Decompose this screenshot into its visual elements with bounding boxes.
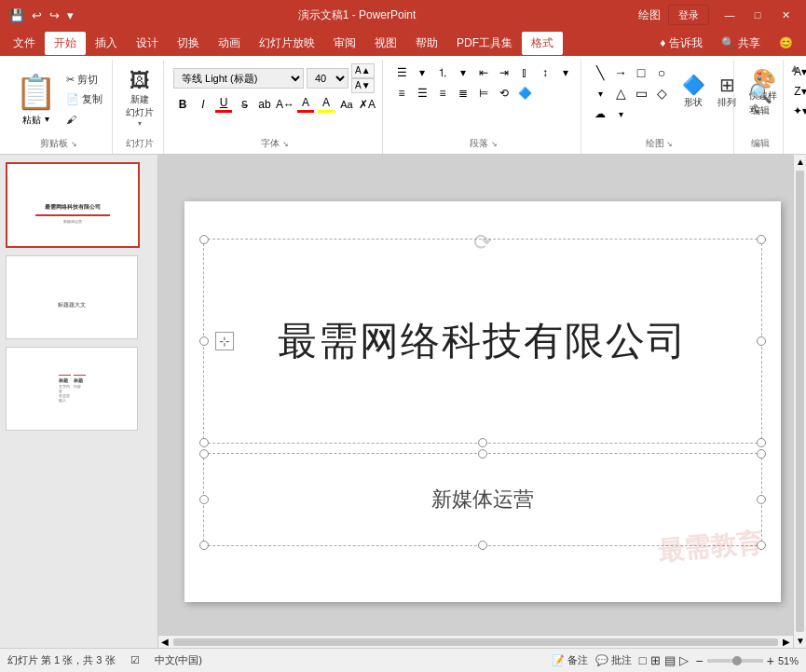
menu-animations[interactable]: 动画 [209, 32, 250, 55]
font-family-select[interactable]: 等线 Light (标题) [173, 68, 304, 89]
columns-button[interactable]: ⫿ [515, 63, 534, 82]
menu-insert[interactable]: 插入 [86, 32, 127, 55]
spell-icon[interactable]: ☑ [130, 654, 140, 666]
login-button[interactable]: 登录 [668, 5, 709, 25]
slide-thumb-3[interactable]: 标题 文字内容 在这里 输入 标题 内容 [6, 347, 138, 431]
linespacing-button[interactable]: ↕ [536, 63, 554, 82]
increase-indent[interactable]: ⇥ [495, 63, 513, 82]
zoom-in-button[interactable]: + [767, 653, 774, 668]
menu-design[interactable]: 设计 [127, 32, 168, 55]
bullets-dd[interactable]: ▾ [413, 63, 431, 82]
highlight-button[interactable]: A [317, 95, 335, 114]
close-button[interactable]: ✕ [772, 6, 799, 24]
slide-thumb-2[interactable]: 标题题大文 [6, 255, 138, 339]
font-size-select[interactable]: 40 [307, 68, 348, 89]
sub-title-textbox[interactable]: 新媒体运营 [203, 453, 762, 546]
scroll-down-button[interactable]: ▼ [794, 634, 806, 648]
align-justify[interactable]: ≣ [454, 84, 472, 103]
notes-button[interactable]: 📝 备注 [552, 653, 588, 667]
new-slide-button[interactable]: 🖼 新建幻灯片 ▾ [122, 72, 157, 128]
bullets-button[interactable]: ☰ [392, 63, 411, 82]
horizontal-scrollbar[interactable]: ◀ ▶ [158, 635, 793, 648]
save-icon[interactable]: 💾 [7, 7, 26, 24]
font-increase-button[interactable]: A▲ [351, 63, 375, 78]
slide-item-3[interactable]: 3 标题 文字内容 在这里 输入 标题 内容 [6, 347, 152, 431]
edit-button[interactable]: 🔍 编辑 [744, 72, 777, 128]
handle-tl[interactable] [199, 235, 209, 244]
menu-transitions[interactable]: 切换 [168, 32, 209, 55]
align-right[interactable]: ≡ [433, 84, 452, 103]
underline-button[interactable]: U [214, 95, 233, 114]
shape-cloud[interactable]: ☁ [591, 104, 609, 123]
copy-button[interactable]: 📄复制 [62, 90, 106, 109]
menu-review[interactable]: 审阅 [324, 32, 365, 55]
move-icon[interactable]: ⊹ [215, 332, 234, 350]
menu-pdf[interactable]: PDF工具集 [447, 32, 522, 55]
shape-rounrect[interactable]: ▭ [632, 84, 650, 103]
format-painter-button[interactable]: 🖌 [62, 110, 106, 129]
charspacing-button[interactable]: A↔ [276, 95, 294, 114]
h-scroll-thumb[interactable] [173, 638, 778, 646]
scroll-left-button[interactable]: ◀ [158, 637, 171, 647]
shape-dd2[interactable]: ▾ [611, 104, 630, 123]
undo-icon[interactable]: ↩ [30, 7, 44, 24]
menu-help[interactable]: 帮助 [406, 32, 447, 55]
align-center[interactable]: ☰ [413, 84, 431, 103]
shape-line[interactable]: ╲ [591, 63, 609, 82]
zoom-slider-thumb[interactable] [732, 656, 742, 665]
smartart-button[interactable]: 🔷 [515, 84, 534, 103]
numbering-button[interactable]: ⒈ [433, 63, 452, 82]
handle-br[interactable] [757, 438, 766, 447]
shape-arrow[interactable]: → [611, 63, 630, 82]
minimize-button[interactable]: — [717, 6, 743, 24]
slide-item-1[interactable]: 1 最需网络科技有限公司 新媒体运营 [6, 162, 152, 248]
menu-view[interactable]: 视图 [365, 32, 406, 55]
shape-diamond[interactable]: ◇ [652, 84, 671, 103]
comments-button[interactable]: 💬 批注 [595, 653, 632, 667]
clearformat-button[interactable]: ✗A [358, 95, 376, 114]
shape-tri[interactable]: △ [611, 84, 630, 103]
zoom-level[interactable]: 51% [778, 655, 799, 666]
fontcolor-button[interactable]: A [296, 95, 315, 114]
sub-handle-tm[interactable] [478, 449, 487, 459]
zoom-out-button[interactable]: − [696, 653, 704, 668]
menu-home[interactable]: 开始 [45, 32, 86, 55]
shape-oval[interactable]: ○ [652, 63, 671, 82]
more-icon[interactable]: ▾ [65, 7, 75, 24]
handle-ml[interactable] [199, 336, 209, 346]
slide-thumb-1[interactable]: 最需网络科技有限公司 新媒体运营 [6, 162, 140, 248]
strikethrough-button[interactable]: S̶ [235, 95, 253, 114]
cut-button[interactable]: ✂剪切 [62, 71, 106, 89]
shape-button[interactable]: 🔷 形状 [678, 63, 708, 119]
ribbon-collapse[interactable]: ▲ [787, 60, 802, 154]
decrease-indent[interactable]: ⇤ [474, 63, 493, 82]
handle-mr[interactable] [757, 336, 766, 346]
scroll-up-button[interactable]: ▲ [794, 155, 806, 169]
reading-view-button[interactable]: ▤ [664, 653, 676, 667]
handle-tr[interactable] [757, 235, 766, 244]
sub-handle-ml[interactable] [199, 495, 209, 504]
fontsize-aa[interactable]: Aa [337, 95, 356, 114]
menu-file[interactable]: 文件 [4, 32, 45, 55]
vertical-scrollbar[interactable]: ▲ ▼ [793, 155, 806, 648]
paste-label[interactable]: 粘贴 [22, 114, 41, 127]
menu-slideshow[interactable]: 幻灯片放映 [250, 32, 324, 55]
zoom-slider[interactable] [707, 659, 763, 663]
font-decrease-button[interactable]: A▼ [351, 78, 375, 93]
scroll-thumb[interactable] [796, 171, 804, 632]
bold-button[interactable]: B [173, 95, 192, 114]
linespacing-dd[interactable]: ▾ [556, 63, 575, 82]
handle-bm[interactable] [478, 438, 487, 447]
main-title-textbox[interactable]: ⊹ 最需网络科技有限公司 [203, 239, 762, 444]
scroll-right-button[interactable]: ▶ [780, 637, 793, 647]
text-direction[interactable]: ⟲ [495, 84, 513, 103]
restore-button[interactable]: □ [745, 6, 771, 24]
sub-handle-br[interactable] [757, 541, 766, 550]
italic-button[interactable]: I [194, 95, 212, 114]
menu-share[interactable]: 🔍 共享 [712, 32, 770, 55]
numbering-dd[interactable]: ▾ [454, 63, 472, 82]
paste-button[interactable]: 📋 [11, 73, 61, 112]
normal-view-button[interactable]: □ [639, 653, 647, 667]
menu-emoji[interactable]: 😊 [770, 33, 802, 53]
sub-handle-bm[interactable] [478, 541, 487, 550]
